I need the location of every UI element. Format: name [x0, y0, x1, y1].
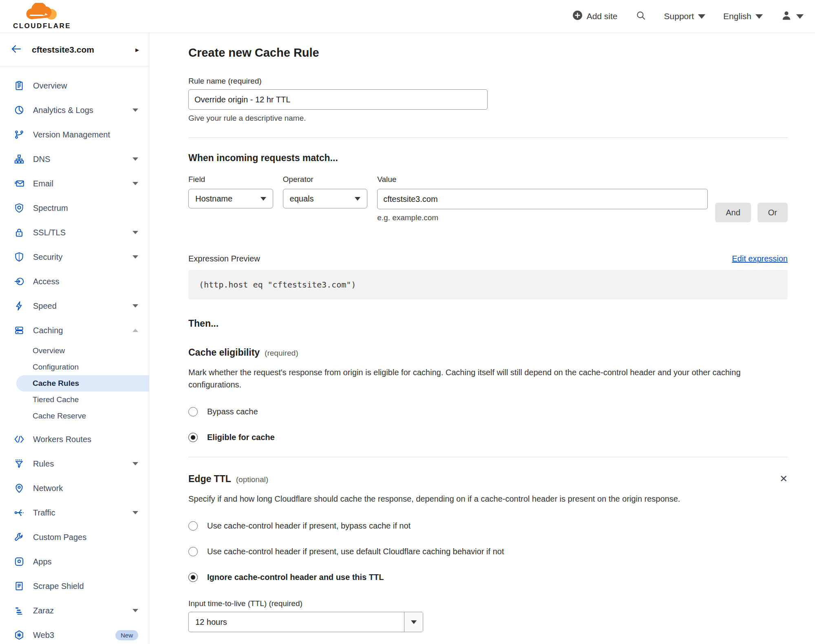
git-branch-icon	[13, 129, 24, 140]
field-select-value: Hostname	[195, 194, 232, 204]
add-site-button[interactable]: Add site	[572, 10, 618, 22]
search-button[interactable]	[636, 10, 646, 23]
sidebar-item-network[interactable]: Network	[0, 476, 149, 500]
edge-ttl-option-ignore[interactable]: Ignore cache-control header and use this…	[188, 573, 788, 582]
top-bar: CLOUDFLARE Add site Support English	[0, 0, 815, 33]
sidebar-subitem-configuration[interactable]: Configuration	[0, 359, 149, 375]
sidebar-item-access[interactable]: Access	[0, 269, 149, 294]
sidebar-item-label: Scrape Shield	[33, 582, 138, 591]
back-arrow-icon[interactable]	[11, 44, 22, 55]
chevron-down-icon	[261, 197, 266, 201]
chevron-down-icon	[411, 620, 417, 624]
expression-code: (http.host eq "cftestsite3.com")	[199, 280, 356, 290]
shield-icon	[13, 252, 24, 263]
ttl-select[interactable]: 12 hours	[188, 612, 423, 632]
server-stack-icon	[13, 325, 24, 336]
radio-label: Use cache-control header if present, byp…	[207, 521, 411, 531]
rule-name-input[interactable]	[188, 89, 488, 110]
sidebar-item-spectrum[interactable]: Spectrum	[0, 196, 149, 220]
sidebar-item-workers-routes[interactable]: Workers Routes	[0, 427, 149, 451]
support-menu[interactable]: Support	[664, 11, 706, 21]
lightning-icon	[13, 301, 24, 312]
eligible-for-cache-option[interactable]: Eligible for cache	[188, 433, 788, 442]
sidebar-item-security[interactable]: Security	[0, 245, 149, 269]
main-content: Create new Cache Rule Rule name (require…	[149, 33, 815, 644]
edit-expression-link[interactable]: Edit expression	[732, 254, 788, 263]
chevron-down-icon	[133, 511, 138, 514]
sidebar-item-label: Security	[33, 252, 133, 262]
map-pin-icon	[13, 483, 24, 494]
sidebar-item-scrape-shield[interactable]: Scrape Shield	[0, 574, 149, 598]
edge-ttl-option-bypass[interactable]: Use cache-control header if present, byp…	[188, 521, 788, 531]
language-menu[interactable]: English	[723, 11, 763, 21]
add-site-label: Add site	[587, 11, 618, 21]
close-icon[interactable]: ✕	[780, 474, 788, 484]
operator-select[interactable]: equals	[283, 189, 368, 208]
app-box-icon	[13, 556, 24, 567]
radio-unchecked-icon[interactable]	[188, 521, 198, 531]
sitemap-icon	[13, 154, 24, 165]
radio-label: Eligible for cache	[207, 433, 275, 442]
chevron-down-icon	[133, 462, 138, 465]
section-divider	[188, 457, 788, 457]
sidebar-subitem-cache-rules[interactable]: Cache Rules	[16, 375, 149, 392]
sidebar-item-caching[interactable]: Caching	[0, 318, 149, 343]
sidebar-item-web3[interactable]: Web3 New	[0, 623, 149, 644]
radio-checked-icon[interactable]	[188, 573, 198, 582]
sidebar-item-custom-pages[interactable]: Custom Pages	[0, 525, 149, 549]
sidebar-item-ssl-tls[interactable]: SSL/TLS	[0, 220, 149, 245]
site-name: cftestsite3.com	[32, 45, 135, 55]
sidebar-item-label: Spectrum	[33, 204, 138, 213]
match-heading: When incoming requests match...	[188, 153, 788, 164]
edge-ttl-option-default[interactable]: Use cache-control header if present, use…	[188, 547, 788, 556]
radio-checked-icon[interactable]	[188, 433, 198, 442]
sidebar-item-zaraz[interactable]: Zaraz	[0, 598, 149, 623]
sidebar-item-email[interactable]: Email	[0, 171, 149, 196]
sidebar-subitem-caching-overview[interactable]: Overview	[0, 343, 149, 359]
chevron-down-icon	[796, 14, 804, 19]
sidebar-item-apps[interactable]: Apps	[0, 549, 149, 574]
filter-icon	[13, 458, 24, 469]
sidebar-subitem-cache-reserve[interactable]: Cache Reserve	[0, 408, 149, 424]
section-divider	[188, 137, 788, 138]
radio-unchecked-icon[interactable]	[188, 407, 198, 416]
sidebar-item-label: Apps	[33, 557, 138, 567]
value-column-label: Value	[377, 175, 708, 184]
account-menu[interactable]	[781, 10, 804, 23]
code-diamond-icon	[13, 434, 24, 445]
sidebar-item-label: Access	[33, 277, 138, 286]
and-button[interactable]: And	[715, 203, 751, 222]
chevron-down-icon	[755, 14, 763, 19]
match-value-input[interactable]	[377, 189, 708, 209]
shield-gear-icon	[13, 203, 24, 214]
ttl-select-button[interactable]	[404, 612, 423, 632]
sidebar-subitem-tiered-cache[interactable]: Tiered Cache	[0, 392, 149, 408]
or-button[interactable]: Or	[758, 203, 788, 222]
sidebar-item-analytics-logs[interactable]: Analytics & Logs	[0, 98, 149, 122]
bypass-cache-option[interactable]: Bypass cache	[188, 407, 788, 416]
cloudflare-cloud-icon	[20, 3, 64, 22]
operator-select-value: equals	[290, 194, 314, 204]
sidebar-item-speed[interactable]: Speed	[0, 294, 149, 318]
site-switcher-icon[interactable]: ▸	[135, 45, 139, 54]
sidebar-item-label: Version Management	[33, 130, 138, 139]
optional-note: (optional)	[236, 475, 268, 484]
wrench-icon	[13, 532, 24, 543]
ttl-select-value: 12 hours	[189, 612, 404, 632]
sidebar-item-overview[interactable]: Overview	[0, 73, 149, 98]
cloudflare-logo[interactable]: CLOUDFLARE	[7, 3, 77, 30]
chevron-down-icon	[133, 304, 138, 308]
sidebar-item-version-management[interactable]: Version Management	[0, 122, 149, 147]
sidebar-item-rules[interactable]: Rules	[0, 451, 149, 476]
value-helper: e.g. example.com	[377, 213, 708, 222]
chevron-down-icon	[133, 255, 138, 259]
sidebar-item-dns[interactable]: DNS	[0, 147, 149, 171]
radio-unchecked-icon[interactable]	[188, 547, 198, 556]
chevron-down-icon	[133, 231, 138, 234]
sidebar-item-label: Overview	[33, 81, 138, 91]
sidebar-item-label: Rules	[33, 459, 133, 469]
chevron-down-icon	[133, 182, 138, 185]
sidebar-item-traffic[interactable]: Traffic	[0, 500, 149, 525]
field-select[interactable]: Hostname	[188, 189, 273, 208]
subitem-label: Cache Rules	[33, 379, 79, 388]
